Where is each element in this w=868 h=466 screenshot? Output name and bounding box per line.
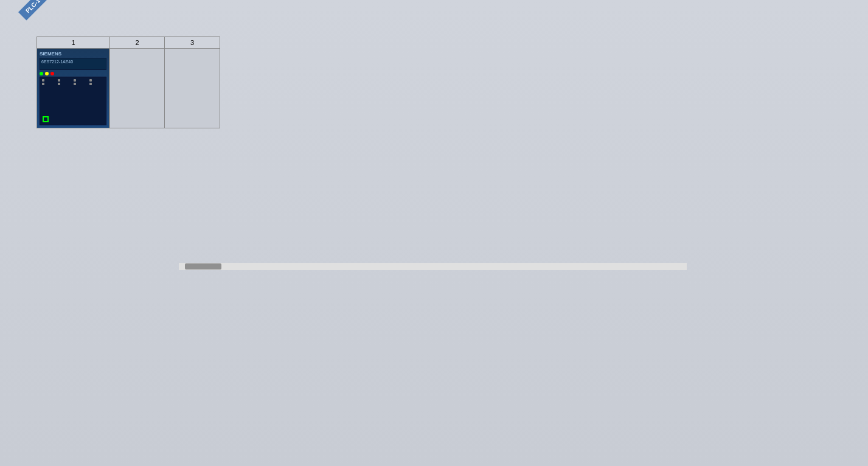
canvas-scroll-wrapper: ▲ ▼ PLC-1 1 2 3 <box>169 86 798 260</box>
empty-slot-3[interactable] <box>169 86 220 128</box>
device-view-area: PLC_1 [CPU 1212C] ▤ ▦ ◫ ⊞ ⊟ 🔍 ↕ ◫ ▲ ▼ <box>169 71 798 271</box>
hscroll-thumb[interactable] <box>185 263 221 270</box>
device-slots-row: SIEMENS 6ES7212-1AE40 <box>169 86 220 128</box>
hscroll-track <box>179 263 687 270</box>
device-rack: 1 2 3 SIEMENS 6ES7212-1AE40 <box>169 86 220 128</box>
main-layout: Project tree ─ ◫ ✕ Devices 🔍 + ▤ 🔗 ▼ 📁 <box>0 44 868 454</box>
device-canvas: PLC-1 1 2 3 SIEMENS <box>169 86 798 260</box>
center-area: Factory IO ▶ PLC_1 [CPU 1212C AC/DC/Rly]… <box>169 44 798 454</box>
